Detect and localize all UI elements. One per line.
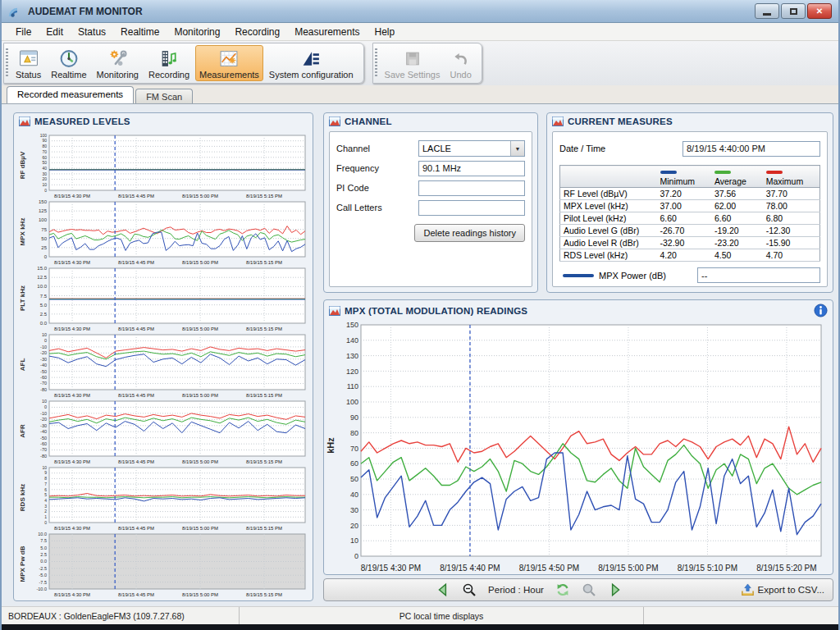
status-time-mode: PC local time displays — [240, 607, 644, 624]
close-button[interactable]: ✕ — [807, 3, 832, 19]
svg-text:0.0: 0.0 — [40, 321, 48, 326]
previous-period-icon[interactable] — [436, 582, 450, 597]
panel-title: MPX (TOTAL MODULATION) READINGS — [345, 306, 527, 316]
toolbar-button-realtime[interactable]: Realtime — [47, 45, 90, 81]
chart-canvas[interactable]: 0123456789108/19/15 4:30 PM8/19/15 4:45 … — [28, 465, 309, 532]
svg-text:100: 100 — [346, 398, 358, 406]
svg-text:-80: -80 — [40, 454, 47, 459]
channel-select-value: LACLE — [419, 144, 510, 153]
title-bar: AUDEMAT FM MONITOR ✕ — [2, 0, 838, 23]
menu-bar: File Edit Status Realtime Monitoring Rec… — [2, 23, 838, 41]
system-configuration-icon — [300, 48, 322, 69]
toolbar-button-system-configuration[interactable]: System configuration — [265, 45, 358, 81]
svg-text:8/19/15 5:00 PM: 8/19/15 5:00 PM — [182, 393, 218, 398]
chart-thumbnail-icon — [19, 116, 30, 126]
svg-text:0: 0 — [44, 188, 47, 193]
svg-text:8/19/15 5:00 PM: 8/19/15 5:00 PM — [182, 592, 218, 597]
chevron-down-icon[interactable]: ▼ — [510, 141, 524, 156]
svg-text:10: 10 — [42, 399, 47, 404]
chart-canvas[interactable]: 0.02.55.07.510.012.515.08/19/15 4:30 PM8… — [28, 266, 309, 332]
toolbar-button-recording[interactable]: Recording — [144, 45, 194, 81]
svg-text:10: 10 — [42, 182, 47, 187]
svg-text:2.5: 2.5 — [40, 552, 47, 557]
taskbar-strip — [2, 624, 838, 630]
svg-text:100: 100 — [40, 133, 48, 138]
tab-fm-scan[interactable]: FM Scan — [135, 89, 193, 103]
maximum-swatch — [766, 171, 783, 174]
svg-text:8/19/15 4:45 PM: 8/19/15 4:45 PM — [118, 393, 154, 398]
svg-text:8/19/15 4:50 PM: 8/19/15 4:50 PM — [519, 564, 579, 573]
svg-text:80: 80 — [42, 144, 47, 148]
toolbar-button-monitoring[interactable]: Monitoring — [93, 45, 143, 81]
svg-text:12.5: 12.5 — [37, 275, 47, 280]
svg-text:10.0: 10.0 — [37, 284, 47, 289]
toolbar-button-measurements[interactable]: Measurements — [195, 45, 263, 81]
toolbar-button-status[interactable]: Status — [11, 45, 45, 81]
mpx-power-field[interactable] — [697, 267, 820, 283]
menu-item-measurements[interactable]: Measurements — [287, 25, 367, 39]
svg-text:70: 70 — [350, 445, 358, 453]
refresh-icon[interactable] — [555, 582, 570, 597]
tab-recorded-measurements[interactable]: Recorded measurements — [7, 86, 134, 103]
svg-text:-70: -70 — [40, 447, 47, 452]
zoom-out-icon[interactable] — [462, 582, 477, 597]
y-axis-label: kHz — [326, 419, 336, 472]
chart-canvas[interactable]: 01020304050607080901008/19/15 4:30 PM8/1… — [28, 133, 309, 199]
menu-item-help[interactable]: Help — [368, 25, 403, 39]
mpx-readings-panel: MPX (TOTAL MODULATION) READINGS kHz 0102… — [323, 299, 833, 575]
menu-item-realtime[interactable]: Realtime — [113, 25, 167, 39]
panel-title: CHANNEL — [345, 116, 392, 126]
chart-canvas[interactable]: 02550751001251508/19/15 4:30 PM8/19/15 4… — [28, 199, 309, 266]
main-toolbar: Status Realtime — [2, 41, 838, 85]
svg-text:5: 5 — [44, 492, 47, 497]
status-spacer — [644, 607, 838, 624]
status-bar: BORDEAUX : GoldenEagleFM3 (109.7.27.68) … — [2, 606, 838, 624]
svg-text:-40: -40 — [40, 363, 47, 368]
mpx-main-chart[interactable]: 01020304050607080901001101201301401508/1… — [338, 320, 829, 573]
chart-thumbnail-icon — [329, 116, 340, 126]
menu-item-edit[interactable]: Edit — [39, 25, 71, 39]
menu-item-monitoring[interactable]: Monitoring — [167, 25, 227, 39]
frequency-field[interactable] — [418, 161, 525, 176]
next-period-icon[interactable] — [608, 582, 623, 597]
svg-text:-60: -60 — [40, 441, 47, 446]
call-letters-field[interactable] — [418, 200, 525, 216]
channel-select[interactable]: LACLE ▼ — [418, 140, 525, 157]
export-csv-button[interactable]: Export to CSV... — [741, 583, 824, 597]
svg-text:110: 110 — [347, 382, 358, 390]
svg-text:100: 100 — [39, 217, 48, 222]
mini-chart-mpx_small: MPX kHz02550751001251508/19/15 4:30 PM8/… — [17, 199, 309, 266]
svg-text:0: 0 — [354, 552, 358, 560]
chart-canvas[interactable]: 01020304050607080901001101201301401508/1… — [338, 320, 829, 573]
svg-text:75: 75 — [41, 227, 47, 232]
table-row: Audio Level R (dBr)-32.90-23.20-15.90 — [560, 237, 820, 249]
toolbar-button-save-settings[interactable]: Save Settings — [381, 45, 445, 81]
menu-item-file[interactable]: File — [8, 25, 39, 39]
menu-item-status[interactable]: Status — [71, 25, 113, 39]
svg-text:8/19/15 5:00 PM: 8/19/15 5:00 PM — [182, 459, 218, 464]
chart-canvas[interactable]: -10.0-7.5-5.0-2.50.02.55.07.510.08/19/15… — [28, 532, 309, 598]
menu-item-recording[interactable]: Recording — [227, 25, 287, 39]
svg-text:40: 40 — [350, 491, 358, 499]
datetime-field[interactable] — [682, 141, 820, 157]
svg-text:8/19/15 4:45 PM: 8/19/15 4:45 PM — [118, 459, 154, 464]
minimize-button[interactable] — [755, 3, 779, 19]
mpx-chart-area: kHz 010203040506070809010011012013014015… — [326, 320, 829, 573]
axis-label: AFL — [19, 331, 26, 397]
toolbar-button-undo[interactable]: Undo — [445, 45, 475, 81]
chart-canvas[interactable]: -80-70-60-50-40-30-20-100108/19/15 4:30 … — [28, 399, 309, 465]
chart-canvas[interactable]: -80-70-60-50-40-30-20-100108/19/15 4:30 … — [28, 332, 309, 399]
svg-text:-10: -10 — [40, 345, 47, 349]
zoom-in-icon[interactable] — [582, 582, 596, 597]
svg-text:0.0: 0.0 — [40, 559, 47, 564]
delete-readings-history-button[interactable]: Delete readings history — [414, 224, 525, 242]
measured-levels-panel: MEASURED LEVELS RF dBµV01020304050607080… — [13, 112, 313, 601]
maximize-button[interactable] — [781, 3, 806, 19]
audemat-logo-icon — [7, 3, 23, 20]
pi-code-field[interactable] — [418, 180, 525, 196]
info-icon[interactable] — [814, 304, 828, 317]
measures-table-header: Minimum Average Maximum — [560, 166, 820, 188]
axis-label: MPX kHz — [19, 199, 26, 264]
channel-form: Channel LACLE ▼ Frequency PI Code Call L… — [329, 131, 532, 287]
current-measures-header: CURRENT MEASURES — [547, 113, 833, 128]
